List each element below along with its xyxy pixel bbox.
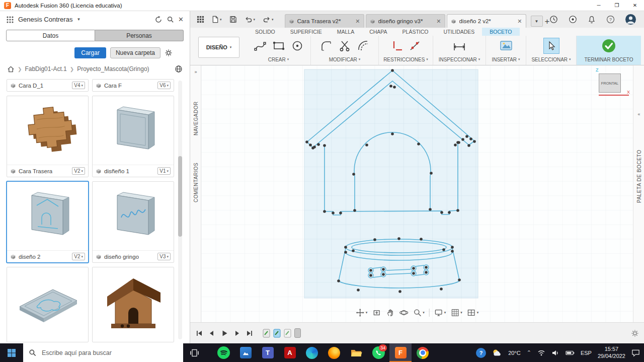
item-card-tray[interactable] (7, 267, 89, 342)
horizontal-vertical-constraint-icon[interactable] (390, 39, 403, 52)
ribbon-tab-boceto[interactable]: BOCETO (482, 28, 519, 36)
group-finish-sketch[interactable]: TERMINAR BOCETO (577, 36, 641, 65)
timeline-position-handle[interactable] (294, 328, 301, 338)
help-circle-icon[interactable]: ? (476, 348, 486, 358)
step-forward-icon[interactable] (233, 329, 241, 337)
view-cube-front-face[interactable]: FRONTAL (599, 74, 621, 93)
ribbon-tab-plastico[interactable]: PLÁSTICO (395, 28, 436, 36)
job-status-icon[interactable] (549, 15, 558, 24)
teams-app[interactable]: T (257, 343, 279, 362)
home-icon[interactable] (7, 65, 15, 73)
start-button[interactable] (0, 343, 23, 362)
document-tab[interactable]: Cara Trasera v2* ✕ (285, 14, 364, 28)
save-icon[interactable] (229, 16, 237, 23)
undo-icon[interactable]: ▾ (245, 16, 256, 23)
trim-scissors-icon[interactable] (338, 39, 351, 52)
item-card-cara-f[interactable]: Cara F V6 (92, 79, 174, 92)
group-modify-label[interactable]: MODIFICAR (329, 55, 361, 63)
acrobat-app[interactable]: A (279, 343, 301, 362)
sketch-feature-marker[interactable] (284, 329, 291, 338)
taskbar-search[interactable] (23, 343, 183, 362)
close-button[interactable]: ✕ (626, 0, 644, 11)
version-dropdown[interactable]: V1 (157, 167, 171, 175)
display-settings-icon[interactable]: ▾ (434, 308, 446, 317)
version-dropdown[interactable]: V3 (157, 253, 171, 260)
item-card-diseno-2[interactable]: diseño 2 V2 (7, 181, 89, 263)
item-card-disneno-1[interactable]: disñeño 1 V1 (92, 96, 174, 177)
version-dropdown[interactable]: V6 (157, 82, 171, 89)
item-card-diseno-gringo[interactable]: diseño gringo V3 (92, 181, 174, 263)
insert-image-icon[interactable] (499, 39, 513, 52)
rectangle-tool-icon[interactable] (272, 39, 285, 52)
upload-button[interactable]: Cargar (74, 47, 106, 58)
skip-to-end-icon[interactable] (246, 329, 254, 337)
close-tab-icon[interactable]: ✕ (436, 18, 441, 25)
notification-bell-icon[interactable] (588, 15, 596, 24)
navigator-panel-tab[interactable]: NAVEGADOR (190, 96, 201, 141)
tab-list-dropdown[interactable]: ▼ (531, 16, 543, 27)
redo-icon[interactable]: ▾ (263, 16, 274, 23)
edge-app[interactable] (301, 343, 323, 362)
action-center-icon[interactable] (631, 349, 640, 357)
team-name[interactable]: Genesis Contreras (18, 16, 72, 23)
chrome-app[interactable] (412, 343, 434, 362)
help-icon[interactable]: ? (606, 15, 615, 24)
sketch-palette-tab[interactable]: PALETA DE BOCETO (633, 141, 644, 211)
item-card-house[interactable] (92, 267, 174, 342)
play-icon[interactable] (220, 329, 228, 337)
group-select-label[interactable]: SELECCIONAR (531, 55, 571, 63)
item-card-cara-d1[interactable]: Cara D_1 V4 (7, 79, 89, 92)
timeline-settings-gear-icon[interactable] (631, 329, 639, 337)
pan-icon[interactable]: ▾ (356, 308, 368, 317)
search-icon[interactable] (167, 16, 174, 23)
whatsapp-app[interactable]: 34 (367, 343, 389, 362)
spotify-app[interactable] (212, 343, 234, 362)
maximize-button[interactable]: ❐ (608, 0, 626, 11)
document-tab-active[interactable]: diseño 2 v2* ✕ (447, 14, 526, 28)
finish-sketch-check-icon[interactable] (601, 38, 616, 53)
file-menu-icon[interactable]: ▾ (212, 16, 222, 23)
coincident-constraint-icon[interactable] (409, 39, 422, 52)
group-inspect-label[interactable]: INSPECCIONAR (439, 55, 480, 63)
settings-gear-icon[interactable] (165, 49, 173, 57)
tab-personas[interactable]: Personas (95, 30, 184, 41)
new-tab-button[interactable]: + (545, 17, 550, 27)
app-grid-icon[interactable] (197, 16, 204, 23)
grid-settings-icon[interactable]: ▾ (450, 308, 462, 317)
spline-tool-icon[interactable] (254, 39, 267, 52)
workspace-selector[interactable]: DISEÑO ▾ (198, 37, 239, 58)
viewport-layout-icon[interactable]: ▾ (467, 308, 479, 317)
group-finish-label[interactable]: TERMINAR BOCETO (584, 55, 633, 63)
zoom-fit-icon[interactable] (372, 308, 381, 317)
firefox-app[interactable] (323, 343, 345, 362)
breadcrumb-project[interactable]: Proyecto_Mascota(Gringo) (77, 65, 149, 73)
weather-icon[interactable] (492, 348, 502, 357)
sketch-feature-marker-selected[interactable] (273, 329, 281, 338)
ribbon-tab-solido[interactable]: SOLIDO (248, 28, 283, 36)
minimize-button[interactable]: ─ (590, 0, 608, 11)
fillet-tool-icon[interactable] (319, 39, 333, 52)
group-insert-label[interactable]: INSERTAR (492, 55, 520, 63)
new-folder-button[interactable]: Nueva carpeta (110, 47, 160, 58)
file-explorer-app[interactable] (345, 343, 367, 362)
refresh-icon[interactable] (154, 16, 163, 24)
close-tab-icon[interactable]: ✕ (355, 18, 360, 25)
breadcrumb-folder[interactable]: FabDig01-Act.1 (25, 65, 66, 73)
step-back-icon[interactable] (208, 329, 216, 337)
expand-panels-icon[interactable]: » (190, 69, 201, 75)
language-indicator[interactable]: ESP (581, 350, 592, 356)
collapse-palette-icon[interactable]: « (633, 112, 644, 117)
battery-icon[interactable] (566, 350, 575, 356)
group-create-label[interactable]: CREAR (268, 55, 289, 63)
team-grid-icon[interactable] (6, 16, 14, 24)
close-panel-icon[interactable]: ✕ (178, 16, 184, 23)
group-constraints-label[interactable]: RESTRICCIONES (383, 55, 428, 63)
circle-tool-icon[interactable] (291, 39, 304, 52)
view-cube[interactable]: Z FRONTAL X (596, 68, 629, 100)
tab-datos[interactable]: Datos (6, 30, 95, 41)
web-globe-icon[interactable] (175, 65, 183, 73)
task-view-button[interactable] (183, 343, 205, 362)
sketch-canvas[interactable]: Z FRONTAL X ▾ ▾ ▾ ▾ ▾ (201, 65, 633, 322)
status-circle-icon[interactable] (569, 15, 577, 24)
ribbon-tab-utilidades[interactable]: UTILIDADES (436, 28, 482, 36)
